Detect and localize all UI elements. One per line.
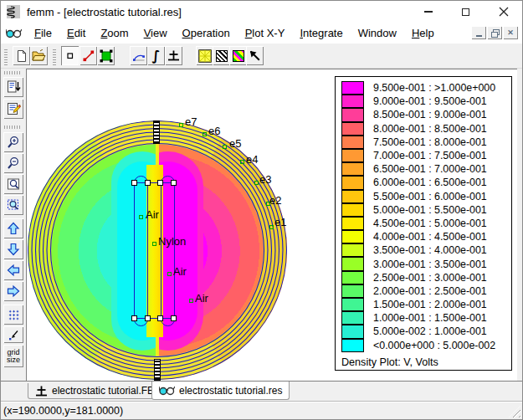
point-values-mode-button[interactable] [61,46,79,65]
pan-up-button[interactable] [3,218,23,238]
minimize-button[interactable] [409,1,447,23]
hatch-bw-icon [216,50,228,62]
legend-swatch [341,311,364,325]
legend-range: 7.000e-001 : 7.500e-001 [373,150,487,161]
point-icon [64,49,77,63]
legend-swatch [341,136,364,149]
menu-bar: FileEditZoomViewOperationPlot X-YIntegra… [1,23,522,44]
node-marker-e5[interactable] [223,145,227,149]
node-handle[interactable] [145,180,151,186]
node-marker-e1[interactable] [269,225,274,229]
menu-operation[interactable]: Operation [175,23,238,44]
show-mesh-button[interactable] [196,46,213,65]
zoom-page-icon [7,177,20,191]
density-plot-options-button[interactable] [229,46,247,65]
status-bar: (x=190.0000,y=181.0000) [1,401,522,419]
toolbar-drag-handle[interactable] [4,48,8,65]
mdi-close-button[interactable]: ✕ [503,26,518,39]
arc-plot-button[interactable] [130,46,147,65]
node-handle[interactable] [145,315,151,321]
node-label-e6: e6 [208,125,220,136]
arrow-right-icon [7,284,20,298]
legend-swatch [341,339,364,352]
tab-electrostatic-tutorial-res[interactable]: electrostatic tutorial.res [151,382,290,400]
tab-electrostatic-tutorial-fee[interactable]: electrostatic tutorial.FEE [28,383,168,399]
zoom-in-button[interactable] [3,132,23,152]
palette-drag-handle[interactable] [4,125,22,129]
menu-view[interactable]: View [136,23,175,44]
femm-window: femm - [electrostatic tutorial.res] File… [0,0,523,420]
block-marker-air[interactable] [189,299,193,303]
edit-note-button[interactable] [3,99,23,119]
mdi-minimize-button[interactable] [471,26,486,39]
tool-palette: grid size [1,69,26,382]
left-plate-outline[interactable] [134,176,148,326]
node-marker-e4[interactable] [240,160,244,164]
menu-file[interactable]: File [27,23,59,44]
zoom-out-button[interactable] [3,153,23,173]
node-marker-e7[interactable] [179,123,183,127]
legend-swatch [341,108,364,121]
legend-caption: Density Plot: V, Volts [341,356,511,368]
snap-to-grid-button[interactable] [3,326,23,343]
resize-grip[interactable] [509,406,520,417]
block-marker-nylon[interactable] [152,242,156,246]
node-label-e3: e3 [259,174,271,185]
open-file-button[interactable] [30,46,48,65]
client-area[interactable]: AirNylonAirAire1e2e3e4e5e6e7 9.500e-001 … [26,69,517,381]
circuit-properties-button[interactable] [165,46,182,65]
menu-help[interactable]: Help [404,23,442,44]
close-button[interactable] [485,1,522,23]
node-label-e4: e4 [246,154,258,165]
maximize-button[interactable] [447,1,485,23]
show-density-plot-button[interactable] [213,46,230,65]
legend-row: 4.500e-001 : 5.000e-001 [341,217,511,230]
legend-range: 6.500e-001 : 7.000e-001 [373,163,487,175]
cursor-coordinates: (x=190.0000,y=181.0000) [1,405,123,417]
node-handle[interactable] [157,180,163,186]
close-icon [499,7,509,17]
legend-range: 1.000e-001 : 1.500e-001 [373,312,487,324]
block-marker-air[interactable] [167,272,172,276]
legend-range: 5.000e-001 : 5.500e-001 [373,204,487,216]
block-select-mode-button[interactable] [97,46,115,65]
node-marker-e3[interactable] [254,181,259,185]
pan-down-button[interactable] [3,239,23,259]
menu-edit[interactable]: Edit [59,23,93,44]
node-marker-e6[interactable] [203,132,207,136]
arrow-nw-icon [249,49,261,62]
right-plate-outline[interactable] [161,176,175,326]
pan-right-button[interactable] [3,281,23,301]
node-handle[interactable] [157,315,163,321]
legend-swatch [341,176,364,189]
menu-window[interactable]: Window [351,23,404,44]
point-list-button[interactable] [3,77,23,97]
zoom-extents-button[interactable] [3,174,23,194]
node-handle[interactable] [131,180,137,186]
palette-drag-handle[interactable] [4,71,22,74]
grid-size-button[interactable]: grid size [3,345,23,367]
line-integral-button[interactable]: ∫ [147,46,165,65]
pan-left-button[interactable] [3,260,23,280]
arrow-up-icon [7,222,20,235]
toolbar-drag-handle[interactable] [53,48,56,65]
mdi-restore-button[interactable] [487,26,502,39]
pointer-mode-button[interactable] [246,46,264,65]
new-file-button[interactable] [13,46,30,65]
legend-row: 2.500e-001 : 3.000e-001 [341,271,511,284]
node-handle[interactable] [131,315,137,321]
selected-segment-marker-top[interactable] [153,120,160,144]
legend-swatch [341,298,364,311]
contour-mode-button[interactable] [79,46,97,65]
legend-range: 5.000e-002 : 1.000e-001 [373,325,487,337]
menu-zoom[interactable]: Zoom [93,23,136,44]
node-handle[interactable] [171,315,177,321]
zoom-window-button[interactable] [3,195,23,215]
menu-integrate[interactable]: Integrate [292,23,350,44]
block-marker-air[interactable] [139,215,143,219]
node-handle[interactable] [171,180,177,186]
menu-plot-x-y[interactable]: Plot X-Y [238,23,293,44]
legend-row: 8.500e-001 : 9.000e-001 [341,108,511,121]
legend-row: 1.500e-001 : 2.000e-001 [341,298,511,311]
show-grid-button[interactable] [3,305,23,325]
